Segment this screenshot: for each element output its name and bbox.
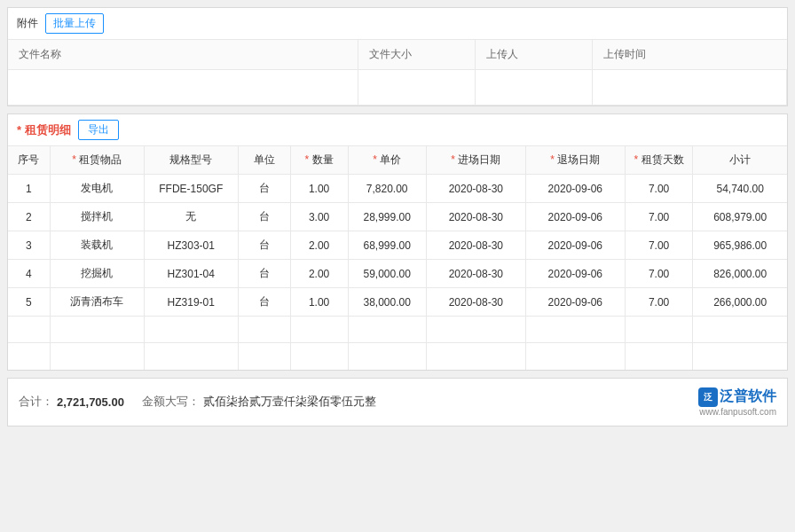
empty-row [8, 317, 787, 343]
cell-unit: 台 [238, 231, 290, 260]
logo-brand: 泛 泛普软件 [698, 387, 776, 407]
cell-entry_date: 2020-08-30 [426, 175, 525, 203]
cell-spec: HZ303-01 [144, 231, 238, 260]
logo-url: www.fanpusoft.com [699, 407, 776, 417]
cell-days: 7.00 [625, 175, 693, 203]
cell-entry_date: 2020-08-30 [426, 203, 525, 231]
amount-value: 贰佰柒拾贰万壹仟柒梁佰零伍元整 [203, 394, 376, 410]
cell-unit: 台 [238, 288, 290, 317]
logo-area: 泛 泛普软件 www.fanpusoft.com [698, 387, 776, 417]
col-subtotal: 小计 [693, 146, 787, 175]
total-label: 合计： [19, 394, 53, 410]
total-value: 2,721,705.00 [57, 395, 124, 409]
cell-exit_date: 2020-09-06 [525, 231, 625, 260]
cell-unit: 台 [238, 175, 290, 203]
col-entry-date: 进场日期 [426, 146, 525, 175]
cell-unit: 台 [238, 260, 290, 288]
col-days: 租赁天数 [625, 146, 693, 175]
cell-subtotal: 965,986.00 [693, 231, 787, 260]
attach-empty-row [8, 70, 787, 106]
footer-amount: 金额大写： 贰佰柒拾贰万壹仟柒梁佰零伍元整 [142, 394, 681, 410]
cell-item: 搅拌机 [50, 203, 144, 231]
rental-title: * 租赁明细 [17, 122, 71, 138]
logo-icon: 泛 [698, 387, 718, 407]
cell-seq: 4 [8, 260, 50, 288]
cell-item: 装载机 [50, 231, 144, 260]
cell-price: 28,999.00 [348, 203, 426, 231]
table-row: 3装载机HZ303-01台2.0068,999.002020-08-302020… [8, 231, 787, 260]
table-row: 1发电机FFDE-150GF台1.007,820.002020-08-30202… [8, 175, 787, 203]
logo-brand-text: 泛普软件 [720, 387, 776, 406]
cell-seq: 2 [8, 203, 50, 231]
cell-exit_date: 2020-09-06 [525, 260, 625, 288]
cell-qty: 1.00 [290, 288, 348, 317]
attach-col-filesize: 文件大小 [358, 40, 476, 70]
table-row: 4挖掘机HZ301-04台2.0059,000.002020-08-302020… [8, 260, 787, 288]
cell-price: 59,000.00 [348, 260, 426, 288]
cell-exit_date: 2020-09-06 [525, 175, 625, 203]
col-item: 租赁物品 [50, 146, 144, 175]
export-button[interactable]: 导出 [78, 120, 119, 140]
footer-section: 合计： 2,721,705.00 金额大写： 贰佰柒拾贰万壹仟柒梁佰零伍元整 泛… [7, 378, 788, 426]
cell-item: 挖掘机 [50, 260, 144, 288]
cell-qty: 1.00 [290, 175, 348, 203]
cell-item: 沥青洒布车 [50, 288, 144, 317]
rental-table-body: 1发电机FFDE-150GF台1.007,820.002020-08-30202… [8, 175, 787, 370]
cell-subtotal: 266,000.00 [693, 288, 787, 317]
cell-entry_date: 2020-08-30 [426, 260, 525, 288]
table-row: 2搅拌机无台3.0028,999.002020-08-302020-09-067… [8, 203, 787, 231]
footer-total: 合计： 2,721,705.00 [19, 394, 124, 410]
table-row: 5沥青洒布车HZ319-01台1.0038,000.002020-08-3020… [8, 288, 787, 317]
attachment-section: 附件 批量上传 文件名称 文件大小 上传人 上传时间 [7, 7, 788, 106]
attachment-label: 附件 [17, 16, 38, 31]
empty-row [8, 343, 787, 370]
attach-col-filename: 文件名称 [8, 40, 358, 70]
col-qty: 数量 [290, 146, 348, 175]
cell-days: 7.00 [625, 203, 693, 231]
cell-subtotal: 54,740.00 [693, 175, 787, 203]
cell-price: 38,000.00 [348, 288, 426, 317]
cell-exit_date: 2020-09-06 [525, 288, 625, 317]
cell-days: 7.00 [625, 260, 693, 288]
page-container: 附件 批量上传 文件名称 文件大小 上传人 上传时间 [0, 0, 795, 532]
col-price: 单价 [348, 146, 426, 175]
rental-detail-section: * 租赁明细 导出 序号 租赁物品 规格型号 单 [7, 113, 788, 371]
cell-unit: 台 [238, 203, 290, 231]
cell-price: 68,999.00 [348, 231, 426, 260]
cell-price: 7,820.00 [348, 175, 426, 203]
cell-days: 7.00 [625, 231, 693, 260]
cell-subtotal: 826,000.00 [693, 260, 787, 288]
cell-exit_date: 2020-09-06 [525, 203, 625, 231]
cell-seq: 3 [8, 231, 50, 260]
cell-spec: HZ301-04 [144, 260, 238, 288]
cell-spec: HZ319-01 [144, 288, 238, 317]
col-exit-date: 退场日期 [525, 146, 625, 175]
rental-header: * 租赁明细 导出 [8, 114, 787, 146]
col-unit: 单位 [238, 146, 290, 175]
cell-entry_date: 2020-08-30 [426, 288, 525, 317]
rental-table: 序号 租赁物品 规格型号 单位 数量 单价 进场日期 退场日期 租赁天数 小计 … [8, 146, 787, 370]
attach-col-uploadtime: 上传时间 [592, 40, 786, 70]
cell-spec: 无 [144, 203, 238, 231]
amount-label: 金额大写： [142, 394, 200, 410]
attachment-header: 附件 批量上传 [8, 8, 787, 40]
cell-qty: 3.00 [290, 203, 348, 231]
cell-seq: 5 [8, 288, 50, 317]
attachment-table: 文件名称 文件大小 上传人 上传时间 [8, 40, 787, 106]
cell-qty: 2.00 [290, 260, 348, 288]
batch-upload-button[interactable]: 批量上传 [45, 13, 104, 34]
cell-subtotal: 608,979.00 [693, 203, 787, 231]
cell-item: 发电机 [50, 175, 144, 203]
cell-days: 7.00 [625, 288, 693, 317]
col-seq: 序号 [8, 146, 50, 175]
cell-qty: 2.00 [290, 231, 348, 260]
rental-table-header: 序号 租赁物品 规格型号 单位 数量 单价 进场日期 退场日期 租赁天数 小计 [8, 146, 787, 175]
cell-entry_date: 2020-08-30 [426, 231, 525, 260]
col-spec: 规格型号 [144, 146, 238, 175]
attach-col-uploader: 上传人 [476, 40, 593, 70]
cell-spec: FFDE-150GF [144, 175, 238, 203]
cell-seq: 1 [8, 175, 50, 203]
